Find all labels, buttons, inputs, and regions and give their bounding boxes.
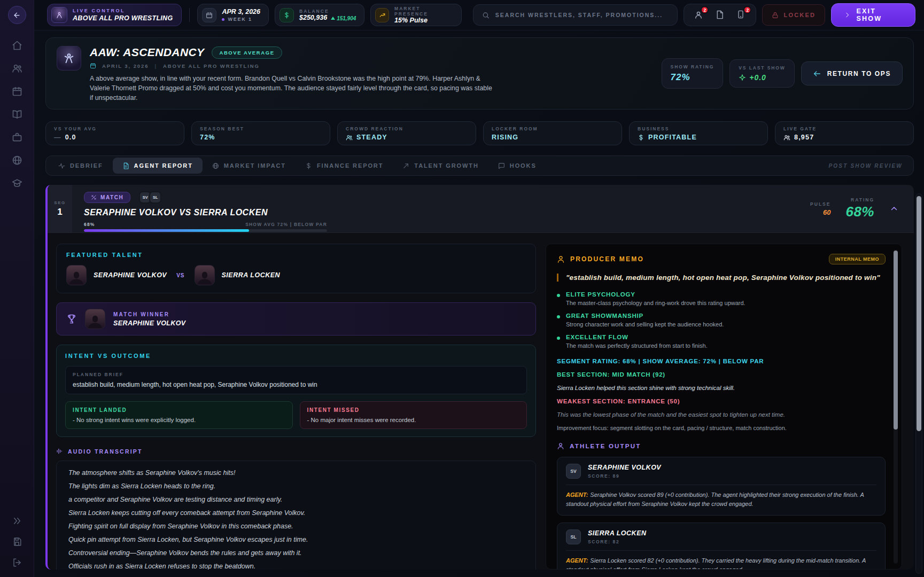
gate-users-icon [783, 134, 790, 141]
tab-finance-report[interactable]: FINANCE REPORT [296, 158, 393, 174]
report-tabbar: DEBRIEF AGENT REPORT MARKET IMPACT FINAN… [45, 155, 914, 176]
promotion-logo [51, 7, 67, 23]
page-scrollbar-thumb[interactable] [917, 196, 921, 431]
segment-header[interactable]: SEG 1 MATCH SV SL SERAPHINE VOL [48, 185, 914, 233]
segment-card: SEG 1 MATCH SV SL SERAPHINE VOL [45, 185, 914, 570]
date-chip[interactable]: APR 3, 2026 WEEK 1 [197, 4, 269, 26]
show-title: AAW: ASCENDANCY [90, 46, 204, 59]
tab-hooks[interactable]: HOOKS [488, 158, 546, 174]
transcript-line: Sierra Locken keeps cutting off every co… [68, 509, 524, 517]
show-promotion: ABOVE ALL PRO WRESTLING [163, 63, 260, 69]
save-icon[interactable] [12, 537, 22, 547]
agent-prefix: AGENT: [566, 492, 588, 498]
exit-show-button[interactable]: EXIT SHOW [831, 3, 915, 27]
athlete-card-seraphine: SV SERAPHINE VOLKOV SCORE: 89 AGENT:Sera… [557, 457, 886, 516]
agent-prefix: AGENT: [566, 557, 588, 564]
return-to-ops-button[interactable]: RETURN TO OPS [801, 61, 903, 85]
return-to-ops-label: RETURN TO OPS [827, 70, 891, 77]
producer-quote: "establish build, medium length, hot ope… [557, 274, 886, 282]
logout-icon[interactable] [12, 558, 22, 567]
memo-scrollbar-thumb[interactable] [894, 251, 898, 430]
pulse-block: PULSE 60 [810, 201, 830, 216]
stat-label: SEASON BEST [200, 126, 322, 131]
transcript-line: a competitor and Seraphine Volkov are te… [68, 496, 524, 503]
balance-value: $250,936 [299, 14, 327, 21]
app-root: LIVE CONTROL ABOVE ALL PRO WRESTLING APR… [0, 0, 924, 577]
athlete-output-header: ATHLETE OUTPUT [557, 442, 886, 450]
show-logo-icon [63, 52, 75, 64]
stat-label: CROWD REACTION [346, 126, 468, 131]
athlete-name: SERAPHINE VOLKOV [588, 464, 661, 471]
schedule-calendar-icon[interactable] [12, 86, 22, 97]
locked-label: LOCKED [783, 12, 816, 18]
athlete-agent-note: AGENT:Seraphine Volkov scored 89 (+0 con… [566, 485, 876, 509]
segment-main: MATCH SV SL SERAPHINE VOLKOV VS SIERRA L… [72, 185, 810, 232]
transcript-line: Quick pin attempt from Sierra Locken, bu… [68, 536, 524, 543]
vs-last-show-box: VS LAST SHOW +0.0 [729, 59, 795, 88]
business-briefcase-icon[interactable] [12, 132, 22, 143]
arrow-left-icon [13, 11, 21, 19]
search-bar[interactable] [473, 4, 678, 26]
silhouette-icon [68, 271, 84, 285]
intent-missed-box: INTENT MISSED - No major intent misses w… [300, 401, 527, 429]
document-alert-wrap[interactable] [715, 10, 725, 20]
stat-locker-room: LOCKER ROOM RISING [483, 121, 622, 145]
collapse-chevron-up-icon[interactable] [889, 204, 899, 214]
brand-kicker: LIVE CONTROL [73, 8, 173, 13]
athlete-avatar: SL [566, 529, 581, 544]
match-winner-heading: MATCH WINNER [113, 311, 186, 317]
tab-talent-growth[interactable]: TALENT GROWTH [393, 158, 488, 174]
internal-memo-badge: INTERNAL MEMO [829, 254, 886, 264]
trend-up-icon [402, 162, 409, 169]
roster-users-icon[interactable] [12, 63, 22, 74]
match-type-badge: MATCH [84, 192, 130, 203]
pulse-label: PULSE [810, 201, 830, 207]
show-header-info: AAW: ASCENDANCY ABOVE AVERAGE APRIL 3, 2… [90, 46, 497, 101]
show-header-card: AAW: ASCENDANCY ABOVE AVERAGE APRIL 3, 2… [45, 37, 914, 110]
producer-memo-panel: PRODUCER MEMO INTERNAL MEMO "establish b… [546, 244, 902, 570]
brand-chip[interactable]: LIVE CONTROL ABOVE ALL PRO WRESTLING [47, 4, 182, 26]
balance-chip[interactable]: BALANCE $250,936 151,904 [275, 4, 364, 26]
tab-market-impact[interactable]: MARKET IMPACT [203, 158, 296, 174]
lock-icon [772, 12, 779, 19]
bullet-title: EXCELLENT FLOW [566, 334, 708, 340]
chevron-right-icon [844, 12, 850, 18]
post-show-review-label: POST SHOW REVIEW [828, 163, 911, 169]
activity-icon [58, 162, 65, 169]
library-book-icon[interactable] [12, 109, 22, 120]
best-section-line: BEST SECTION: MID MATCH (92) [557, 371, 886, 378]
progress-track [84, 229, 327, 232]
tab-debrief[interactable]: DEBRIEF [49, 158, 113, 174]
stat-value: STEADY [356, 134, 387, 141]
swords-icon [91, 194, 97, 200]
world-globe-icon[interactable] [12, 155, 22, 166]
wrestler-portrait-sierra [195, 265, 215, 285]
market-chip[interactable]: MARKET PRESENCE 15% Pulse [370, 4, 462, 26]
dollar-icon [305, 162, 312, 169]
athlete-person-icon [557, 442, 564, 450]
locked-chip[interactable]: LOCKED [762, 4, 825, 26]
people-alert-wrap[interactable]: 2 [694, 10, 703, 20]
memo-bullet: GREAT SHOWMANSHIP Strong character work … [557, 313, 886, 328]
expand-chevrons-icon[interactable] [12, 516, 22, 526]
academy-graduation-icon[interactable] [12, 178, 22, 189]
athlete-score: SCORE: 82 [588, 539, 647, 544]
back-button[interactable] [8, 6, 26, 24]
segment-metrics: PULSE 60 RATING 68% [810, 185, 914, 232]
bullet-desc: The match was perfectly structured from … [566, 342, 708, 349]
device-alert-wrap[interactable]: 2 [736, 10, 746, 20]
match-badge-label: MATCH [100, 194, 123, 200]
search-input[interactable] [495, 12, 669, 18]
week-dot [222, 18, 224, 21]
brand-text: LIVE CONTROL ABOVE ALL PRO WRESTLING [73, 8, 173, 22]
improvement-focus: Improvement focus: segment slotting on t… [557, 425, 886, 431]
tab-label: MARKET IMPACT [224, 162, 286, 169]
tab-agent-report[interactable]: AGENT REPORT [113, 158, 203, 174]
market-label: MARKET PRESENCE [394, 6, 453, 17]
stat-value: 0.0 [65, 134, 76, 141]
sidebar-nav [12, 40, 22, 189]
show-grade-badge: ABOVE AVERAGE [212, 46, 282, 59]
intent-landed-label: INTENT LANDED [73, 407, 285, 413]
home-icon[interactable] [12, 40, 22, 51]
stat-label: VS YOUR AVG [54, 126, 176, 131]
